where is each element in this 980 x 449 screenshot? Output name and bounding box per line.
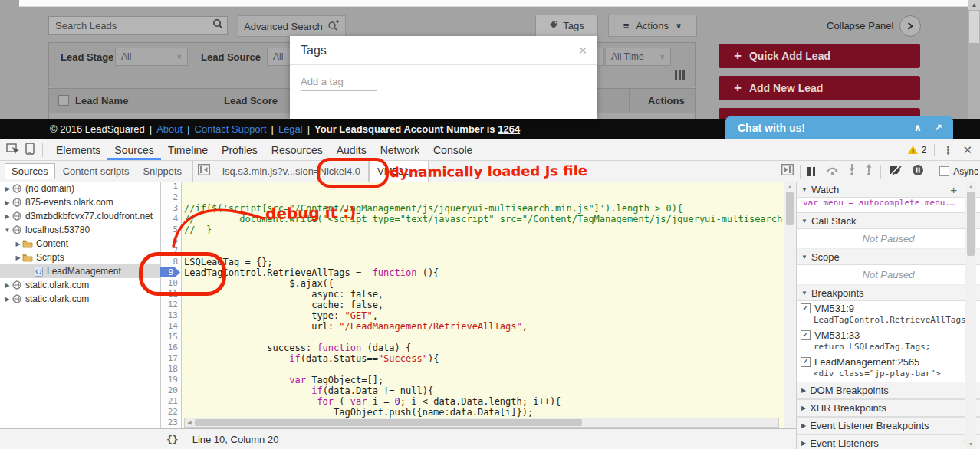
gutter-line-17[interactable]: 17	[161, 353, 181, 364]
columns-icon[interactable]	[675, 70, 685, 80]
chat-collapse-icon[interactable]: ∧	[914, 122, 922, 133]
code-line-9[interactable]: LeadTagControl.RetrieveAllTags = functio…	[182, 267, 784, 278]
footer-link[interactable]: Contact Support	[195, 123, 267, 135]
breakpoint-source-snippet[interactable]: LeadTagControl.RetrieveAllTags…	[797, 315, 980, 328]
code-line-2[interactable]	[182, 192, 784, 203]
tab-console[interactable]: Console	[426, 140, 479, 160]
gutter-line-4[interactable]: 4	[161, 214, 181, 224]
scope-section-header[interactable]: ▼ Scope	[797, 249, 980, 265]
close-devtools-icon[interactable]: ✕	[962, 143, 972, 157]
gutter-line-13[interactable]: 13	[161, 310, 181, 321]
section-xhr-breakpoints[interactable]: ▶XHR Breakpoints+	[797, 399, 980, 417]
search-icon[interactable]	[212, 18, 223, 32]
tab-elements[interactable]: Elements	[49, 140, 107, 160]
gutter-line-12[interactable]: 12	[161, 300, 181, 310]
code-line-10[interactable]: $.ajax({	[182, 278, 784, 289]
gutter-line-23[interactable]: 23	[161, 418, 181, 428]
code-line-15[interactable]	[182, 332, 784, 342]
tab-network[interactable]: Network	[373, 140, 426, 160]
gutter-line-15[interactable]: 15	[161, 332, 181, 342]
code-line-21[interactable]: for ( var i = 0; i < data.Data.length; i…	[182, 396, 784, 407]
step-out-icon[interactable]	[865, 164, 873, 179]
search-leads-input[interactable]: Search Leads	[48, 16, 228, 35]
breakpoint-entry[interactable]: ✓VM531:33	[797, 328, 980, 342]
tree-arrow-icon[interactable]: ▶	[14, 241, 22, 247]
gutter-line-1[interactable]: 1	[161, 182, 181, 192]
pause-script-icon[interactable]	[807, 167, 815, 176]
editor-hscrollbar[interactable]: ◀	[184, 418, 779, 428]
code-line-8[interactable]: LSQLeadTag = {};	[182, 257, 784, 267]
gutter-line-18[interactable]: 18	[161, 364, 181, 375]
warning-icon[interactable]: 2	[907, 144, 926, 156]
gutter-line-6[interactable]: 6	[161, 235, 181, 246]
code-line-6[interactable]	[182, 235, 784, 246]
tree-item-localhost-53780[interactable]: ▼localhost:53780	[0, 223, 160, 237]
breakpoint-checkbox[interactable]: ✓	[801, 303, 811, 313]
breakpoint-checkbox[interactable]: ✓	[801, 357, 811, 367]
watch-expression[interactable]: var menu = autocomplete.menu.…	[797, 198, 980, 212]
tab-profiles[interactable]: Profiles	[215, 140, 265, 160]
watch-section-header[interactable]: ▼ Watch + ↻	[797, 182, 980, 198]
code-line-22[interactable]: TagObject.push({name:data.Data[i]});	[182, 407, 784, 418]
code-line-19[interactable]: var TagObject=[];	[182, 375, 784, 385]
breakpoint-entry[interactable]: ✓VM531:9	[797, 301, 980, 315]
nav-tab-snippets[interactable]: Snippets	[136, 164, 188, 179]
tab-timeline[interactable]: Timeline	[161, 140, 215, 160]
footer-link[interactable]: About	[156, 123, 183, 135]
scrollbar-thumb[interactable]	[195, 419, 582, 426]
deactivate-breakpoints-icon[interactable]	[889, 165, 903, 179]
tab-sources[interactable]: Sources	[107, 140, 160, 160]
scroll-up-arrow[interactable]: ▲	[965, 182, 976, 191]
gutter-line-16[interactable]: 16	[161, 342, 181, 353]
gutter-line-2[interactable]: 2	[161, 192, 181, 203]
scrollbar-thumb[interactable]	[969, 11, 979, 43]
editor-vscrollbar[interactable]: ▲	[784, 182, 795, 428]
gutter-line-19[interactable]: 19	[161, 375, 181, 385]
gutter-line-22[interactable]: 22	[161, 407, 181, 418]
pretty-print-icon[interactable]: {}	[166, 434, 179, 445]
tree-arrow-icon[interactable]: ▶	[3, 185, 12, 192]
add-tag-input[interactable]: Add a tag	[301, 76, 377, 91]
code-line-16[interactable]: success: function (data) {	[182, 342, 784, 353]
code-line-20[interactable]: if(data.Data != null){	[182, 385, 784, 396]
time-filter-select[interactable]: All Time ∨	[605, 48, 671, 66]
code-line-17[interactable]: if(data.Status=="Success"){	[182, 353, 784, 364]
tree-item-875-events-olark-com[interactable]: ▶875-events.olark.com	[0, 195, 160, 209]
tree-arrow-icon[interactable]: ▶	[3, 213, 12, 220]
code-line-13[interactable]: type: "GET",	[182, 310, 784, 321]
collapse-panel-button[interactable]	[899, 15, 921, 37]
section-event-listeners[interactable]: ▶Event Listeners↻	[797, 434, 980, 449]
code-line-18[interactable]	[182, 364, 784, 375]
breakpoints-section-header[interactable]: ▼ Breakpoints	[797, 285, 980, 301]
hide-navigator-icon[interactable]	[198, 164, 210, 179]
nav-tab-content-scripts[interactable]: Content scripts	[57, 164, 136, 179]
column-lead-name[interactable]: Lead Name	[75, 95, 128, 107]
gutter-line-21[interactable]: 21	[161, 396, 181, 407]
inspect-element-icon[interactable]	[6, 143, 19, 158]
chat-widget[interactable]: Chat with us! ∧ ↗	[725, 116, 953, 139]
tree-arrow-icon[interactable]: ▶	[3, 199, 12, 206]
tree-item-d3mzbdkbfcvx77-cloudfront-net[interactable]: ▶d3mzbdkbfcvx77.cloudfront.net	[0, 209, 160, 223]
editor-gutter[interactable]: 1234567891011121314151617181920212223	[161, 182, 182, 428]
step-over-icon[interactable]	[826, 165, 839, 179]
menu-kebab-icon[interactable]: ⋮	[942, 144, 953, 156]
section-event-listener-breakpoints[interactable]: ▶Event Listener Breakpoints	[797, 417, 980, 434]
sidebar-scrollbar[interactable]: ▲ ▼	[965, 182, 976, 449]
step-into-icon[interactable]	[848, 164, 856, 179]
pause-on-exceptions-icon[interactable]	[912, 164, 924, 179]
breakpoint-source-snippet[interactable]: <div class="jp-play-bar">	[797, 369, 980, 382]
tree-arrow-icon[interactable]: ▼	[3, 227, 12, 234]
lead-stage-select[interactable]: All ∨	[115, 48, 188, 66]
section-dom-breakpoints[interactable]: ▶DOM Breakpoints	[797, 382, 980, 399]
breakpoint-source-snippet[interactable]: return LSQLeadTag.Tags;	[797, 342, 980, 355]
code-line-14[interactable]: url: "/LeadManagement/RetrieveAllTags",	[182, 321, 784, 332]
scroll-down-arrow[interactable]: ▼	[965, 440, 976, 448]
breakpoint-checkbox[interactable]: ✓	[801, 330, 811, 340]
breakpoint-entry[interactable]: ✓LeadManagement:2565	[797, 355, 980, 369]
close-icon[interactable]: ✕	[578, 44, 587, 57]
scrollbar-thumb[interactable]	[967, 192, 975, 256]
tab-resources[interactable]: Resources	[265, 140, 330, 160]
tree-item-leadmanagement[interactable]: LeadManagement	[0, 264, 160, 278]
column-lead-score[interactable]: Lead Score	[224, 95, 278, 107]
scroll-left-arrow[interactable]: ◀	[186, 418, 193, 427]
